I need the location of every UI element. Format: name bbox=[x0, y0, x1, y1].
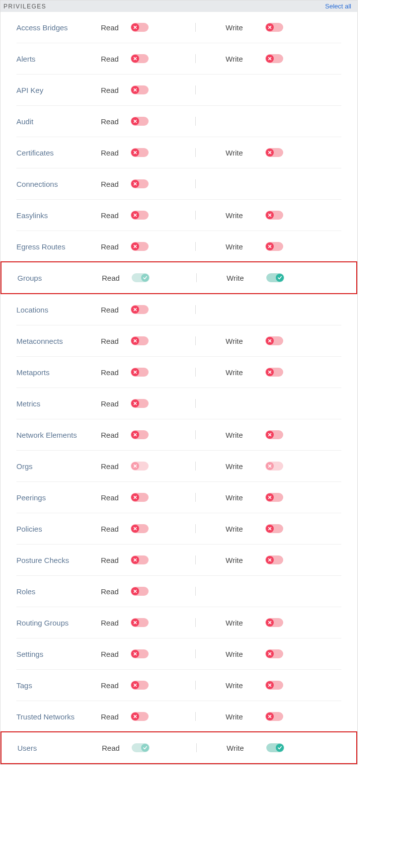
write-label: Write bbox=[226, 149, 265, 157]
write-toggle[interactable] bbox=[265, 242, 283, 251]
write-toggle-cell bbox=[265, 618, 315, 627]
read-toggle[interactable] bbox=[131, 305, 149, 314]
read-label: Read bbox=[101, 556, 131, 564]
write-toggle[interactable] bbox=[265, 618, 283, 627]
panel-header: PRIVILEGES Select all bbox=[0, 0, 357, 12]
read-toggle[interactable] bbox=[131, 399, 149, 408]
read-toggle[interactable] bbox=[131, 462, 149, 471]
read-toggle-cell bbox=[131, 712, 180, 721]
read-toggle[interactable] bbox=[131, 712, 149, 721]
write-toggle[interactable] bbox=[266, 743, 284, 752]
divider bbox=[195, 555, 196, 564]
write-toggle[interactable] bbox=[265, 430, 283, 439]
divider bbox=[195, 618, 196, 627]
privilege-row: PeeringsReadWrite bbox=[16, 482, 341, 513]
divider bbox=[195, 524, 196, 533]
write-label: Write bbox=[226, 211, 265, 220]
read-toggle[interactable] bbox=[131, 179, 149, 188]
read-toggle-cell bbox=[131, 211, 180, 220]
privilege-row: UsersReadWrite bbox=[0, 731, 357, 764]
read-toggle[interactable] bbox=[131, 23, 149, 32]
write-toggle[interactable] bbox=[265, 148, 283, 157]
write-toggle[interactable] bbox=[265, 493, 283, 502]
write-toggle-cell bbox=[266, 273, 316, 282]
privilege-name: API Key bbox=[16, 86, 101, 94]
privileges-list: Access BridgesReadWriteAlertsReadWriteAP… bbox=[0, 12, 357, 764]
privilege-row: SettingsReadWrite bbox=[16, 638, 341, 670]
divider bbox=[195, 85, 196, 94]
privilege-row: OrgsReadWrite bbox=[16, 451, 341, 482]
read-toggle[interactable] bbox=[131, 211, 149, 220]
write-toggle[interactable] bbox=[265, 211, 283, 220]
read-toggle[interactable] bbox=[131, 555, 149, 564]
privilege-name: Network Elements bbox=[16, 431, 101, 439]
privileges-panel: PRIVILEGES Select all Access BridgesRead… bbox=[0, 0, 358, 765]
read-toggle-cell bbox=[131, 368, 180, 377]
read-toggle[interactable] bbox=[131, 524, 149, 533]
write-label: Write bbox=[227, 274, 266, 282]
read-toggle[interactable] bbox=[131, 54, 149, 63]
write-label: Write bbox=[226, 431, 265, 439]
x-icon bbox=[131, 242, 139, 250]
read-toggle[interactable] bbox=[131, 649, 149, 658]
read-toggle[interactable] bbox=[131, 368, 149, 377]
privilege-row: EasylinksReadWrite bbox=[16, 200, 341, 231]
divider bbox=[195, 462, 196, 471]
write-toggle-cell bbox=[265, 555, 315, 564]
read-toggle[interactable] bbox=[131, 618, 149, 627]
write-toggle[interactable] bbox=[265, 681, 283, 690]
panel-title: PRIVILEGES bbox=[3, 3, 46, 10]
read-toggle[interactable] bbox=[131, 242, 149, 251]
x-icon bbox=[131, 306, 139, 314]
divider bbox=[195, 336, 196, 345]
privilege-name: Policies bbox=[16, 525, 101, 533]
read-toggle-cell bbox=[132, 273, 181, 282]
privilege-row: LocationsRead bbox=[16, 294, 341, 325]
read-toggle-cell bbox=[131, 54, 180, 63]
read-toggle[interactable] bbox=[131, 493, 149, 502]
read-toggle[interactable] bbox=[131, 148, 149, 157]
write-toggle-cell bbox=[265, 368, 315, 377]
read-toggle[interactable] bbox=[131, 336, 149, 345]
write-toggle[interactable] bbox=[265, 649, 283, 658]
privilege-row: MetaconnectsReadWrite bbox=[16, 325, 341, 357]
read-label: Read bbox=[101, 462, 131, 471]
write-toggle[interactable] bbox=[265, 368, 283, 377]
write-label: Write bbox=[226, 55, 265, 63]
write-toggle[interactable] bbox=[265, 524, 283, 533]
write-label: Write bbox=[226, 619, 265, 627]
read-toggle[interactable] bbox=[132, 743, 150, 752]
read-toggle[interactable] bbox=[131, 681, 149, 690]
read-toggle[interactable] bbox=[131, 117, 149, 126]
write-toggle[interactable] bbox=[265, 336, 283, 345]
write-toggle[interactable] bbox=[265, 555, 283, 564]
read-toggle[interactable] bbox=[131, 587, 149, 596]
write-toggle[interactable] bbox=[265, 54, 283, 63]
read-toggle-cell bbox=[131, 23, 180, 32]
divider bbox=[195, 430, 196, 439]
write-toggle[interactable] bbox=[265, 712, 283, 721]
read-toggle[interactable] bbox=[131, 85, 149, 94]
x-icon bbox=[131, 399, 139, 407]
privilege-row: RolesRead bbox=[16, 576, 341, 607]
write-toggle-cell bbox=[265, 336, 315, 345]
check-icon bbox=[276, 274, 284, 282]
write-toggle-cell bbox=[265, 649, 315, 658]
write-toggle[interactable] bbox=[266, 273, 284, 282]
x-icon bbox=[266, 23, 274, 31]
x-icon bbox=[131, 117, 139, 125]
divider bbox=[195, 712, 196, 721]
read-toggle-cell bbox=[131, 493, 180, 502]
read-toggle[interactable] bbox=[132, 273, 150, 282]
divider bbox=[195, 117, 196, 126]
write-toggle[interactable] bbox=[265, 23, 283, 32]
read-toggle-cell bbox=[132, 743, 181, 752]
read-label: Read bbox=[101, 681, 131, 690]
select-all-link[interactable]: Select all bbox=[325, 2, 351, 10]
x-icon bbox=[131, 587, 139, 595]
x-icon bbox=[131, 619, 139, 627]
read-toggle-cell bbox=[131, 148, 180, 157]
read-toggle[interactable] bbox=[131, 430, 149, 439]
write-toggle[interactable] bbox=[265, 462, 283, 471]
privilege-name: Egress Routes bbox=[16, 242, 101, 251]
